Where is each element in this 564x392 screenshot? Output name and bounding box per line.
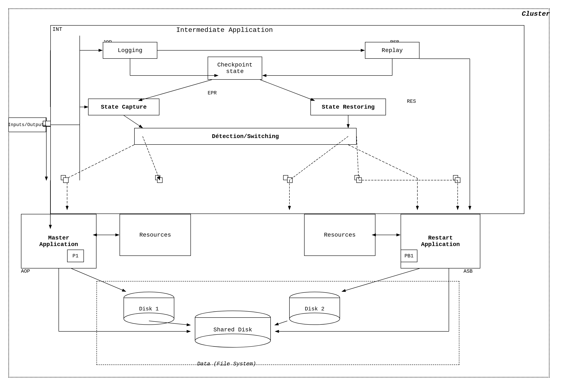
state-restoring-label: State Restoring xyxy=(322,104,375,110)
inputs-outputs-label: Inputs/Outputs xyxy=(8,122,47,127)
epr-label: EPR xyxy=(208,90,217,96)
connector-sq-6 xyxy=(453,175,458,180)
svg-text:Shared Disk: Shared Disk xyxy=(213,327,252,333)
inputs-outputs-box: Inputs/Outputs xyxy=(8,117,46,132)
logging-label: Logging xyxy=(118,47,142,54)
disk2-cylinder: Disk 2 xyxy=(287,292,342,325)
master-app-box: MasterApplication xyxy=(21,214,97,268)
res-label: RES xyxy=(407,98,416,104)
master-app-label: MasterApplication xyxy=(40,235,78,248)
logging-box: Logging xyxy=(103,42,157,59)
svg-point-6 xyxy=(289,313,340,325)
replay-box: Replay xyxy=(365,42,420,59)
disk1-cylinder: Disk 1 xyxy=(122,292,176,325)
connector-sq-3 xyxy=(155,175,160,180)
resources-left-label: Resources xyxy=(139,232,171,238)
replay-label: Replay xyxy=(382,47,403,54)
state-capture-label: State Capture xyxy=(101,104,147,110)
detection-label: Détection/Switching xyxy=(212,133,279,140)
diagram-container: Cluster INT Intermediate Application JOP… xyxy=(8,8,554,384)
state-capture-box: State Capture xyxy=(88,98,159,115)
pb1-label: PB1 xyxy=(404,253,413,259)
int-label: INT xyxy=(52,26,62,32)
p1-label: P1 xyxy=(72,253,79,259)
data-fs-label: Data (File System) xyxy=(197,361,256,367)
resources-left-box: Resources xyxy=(120,214,191,256)
checkpoint-label: Checkpointstate xyxy=(217,62,253,75)
svg-text:Disk 2: Disk 2 xyxy=(305,306,324,312)
asb-label: ASB xyxy=(464,268,473,274)
svg-text:Disk 1: Disk 1 xyxy=(139,306,159,312)
connector-sq-2 xyxy=(61,175,66,180)
shared-disk-cylinder: Shared Disk xyxy=(191,310,275,348)
resources-right-label: Resources xyxy=(324,232,355,238)
aop-label: AOP xyxy=(21,268,30,274)
connector-sq-5 xyxy=(354,175,359,180)
int-title: Intermediate Application xyxy=(176,26,273,34)
svg-point-2 xyxy=(124,313,174,325)
state-restoring-box: State Restoring xyxy=(310,98,386,115)
resources-right-box: Resources xyxy=(304,214,375,256)
p1-box: P1 xyxy=(67,250,84,262)
detection-box: Détection/Switching xyxy=(134,128,357,145)
pb1-box: PB1 xyxy=(401,250,417,262)
svg-point-10 xyxy=(195,334,270,347)
cluster-label: Cluster xyxy=(522,10,550,18)
connector-sq-4 xyxy=(283,175,288,180)
checkpoint-box: Checkpointstate xyxy=(208,57,262,80)
connector-sq-1b xyxy=(46,122,51,127)
restart-app-label: RestartApplication xyxy=(421,235,460,248)
